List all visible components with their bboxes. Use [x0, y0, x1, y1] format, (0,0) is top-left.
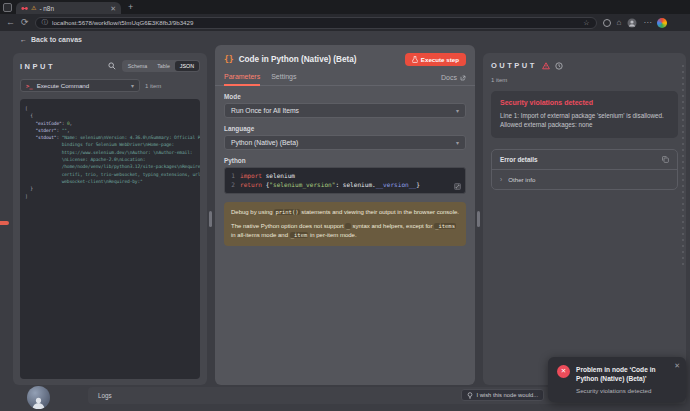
input-json-view[interactable]: [ { "exitCode": 0, "stderr": "", "stdout…	[20, 99, 200, 379]
panel-resize-handle-right[interactable]	[477, 211, 480, 227]
mode-value: Run Once for All Items	[231, 107, 299, 114]
wish-node-button[interactable]: I wish this node would...	[461, 389, 544, 401]
toast-error-icon: ✕	[557, 365, 570, 378]
home-icon[interactable]: ⌂	[617, 19, 622, 27]
tab-parameters[interactable]: Parameters	[224, 73, 260, 86]
execute-step-button[interactable]: Execute step	[405, 53, 466, 66]
tab-table[interactable]: Table	[152, 61, 175, 71]
error-toast[interactable]: ✕ Problem in node ‘Code in Python (Nativ…	[548, 357, 686, 402]
browser-window: ⚠ - n8n ✕ + ← ⟳ ⓘ localhost:5678/workflo…	[0, 0, 690, 411]
notice-line-2: The native Python option does not suppor…	[231, 222, 459, 240]
toast-close-icon[interactable]: ✕	[674, 362, 680, 369]
python-code-editor[interactable]: 1import selenium2return {"selenium_versi…	[224, 167, 466, 194]
browser-toolbar: ← ⟳ ⓘ localhost:5678/workflow/t5ImUqG6E3…	[0, 14, 690, 31]
output-items-count: 1 item	[491, 77, 678, 83]
site-info-icon[interactable]: ⓘ	[42, 19, 49, 26]
copy-icon[interactable]	[662, 156, 669, 163]
tab-json[interactable]: JSON	[175, 61, 199, 71]
tab-search-icon[interactable]	[3, 3, 12, 12]
reload-icon[interactable]: ⟳	[21, 18, 29, 27]
run-history-icon[interactable]	[555, 62, 563, 70]
notice-line-1: Debug by using print() statements and vi…	[231, 208, 459, 217]
extension-icon[interactable]	[603, 19, 611, 27]
execute-step-label: Execute step	[421, 56, 459, 63]
chevron-down-icon: ▾	[456, 108, 459, 114]
browser-tab[interactable]: ⚠ - n8n ✕	[16, 2, 121, 14]
python-debug-notice: Debug by using print() statements and vi…	[224, 202, 466, 246]
account-icon[interactable]	[627, 18, 637, 28]
error-details-card: Error details › Other info	[491, 149, 678, 190]
python-code-editor-lines: 1import selenium2return {"selenium_versi…	[225, 172, 465, 189]
panel-resize-handle-left[interactable]	[209, 211, 212, 227]
input-panel: INPUT Schema Table JSON >_ Execute Comma…	[13, 53, 207, 385]
error-triangle-icon	[542, 62, 550, 70]
expand-editor-icon[interactable]	[454, 183, 461, 190]
language-value: Python (Native) (Beta)	[231, 139, 298, 146]
user-avatar[interactable]	[27, 386, 50, 409]
language-label: Language	[224, 125, 466, 132]
tab-close-icon[interactable]: ✕	[110, 5, 116, 12]
output-panel-title: OUTPUT	[491, 61, 537, 70]
docs-link[interactable]: Docs	[441, 74, 466, 85]
back-arrow-icon: ←	[20, 36, 27, 43]
back-to-canvas-label: Back to canvas	[31, 36, 82, 43]
browser-tabstrip: ⚠ - n8n ✕ +	[0, 0, 690, 14]
docs-label: Docs	[441, 74, 457, 81]
browser-profile-icon[interactable]	[657, 18, 667, 28]
error-title: Security violations detected	[500, 99, 669, 106]
wish-node-label: I wish this node would...	[476, 392, 538, 398]
other-info-row[interactable]: › Other info	[492, 170, 677, 189]
tab-settings[interactable]: Settings	[271, 73, 296, 86]
input-panel-edge-handle[interactable]	[0, 221, 9, 225]
new-tab-button[interactable]: +	[128, 3, 133, 12]
n8n-app: ← Back to canvas INPUT Schema Table JSON…	[0, 31, 690, 411]
url-text[interactable]: localhost:5678/workflow/t5ImUqG6E3K8fbJ/…	[52, 19, 579, 26]
other-info-label: Other info	[508, 176, 535, 183]
error-card: Security violations detected Line 1: Imp…	[491, 91, 678, 138]
search-icon[interactable]	[108, 62, 116, 70]
mode-label: Mode	[224, 93, 466, 100]
language-select[interactable]: Python (Native) (Beta) ▾	[224, 135, 466, 150]
tab-warning-icon: ⚠	[31, 5, 36, 11]
input-source-select[interactable]: >_ Execute Command ▾	[20, 79, 140, 92]
tab-title: - n8n	[39, 5, 107, 12]
execute-command-node-icon: >_	[26, 83, 33, 89]
external-link-icon	[460, 75, 466, 81]
error-details-row[interactable]: Error details	[492, 150, 677, 169]
tab-schema[interactable]: Schema	[123, 61, 152, 71]
python-code-label: Python	[224, 157, 466, 164]
error-details-label: Error details	[500, 156, 538, 163]
input-view-switcher: Schema Table JSON	[122, 60, 200, 72]
toast-message: Security violations detected	[576, 387, 677, 394]
flask-icon	[412, 56, 418, 63]
input-panel-title: INPUT	[20, 62, 55, 71]
input-items-count: 1 item	[145, 83, 161, 89]
chevron-right-icon: ›	[500, 176, 502, 183]
address-bar[interactable]: ⓘ localhost:5678/workflow/t5ImUqG6E3K8fb…	[35, 17, 597, 29]
n8n-favicon-icon	[21, 5, 28, 12]
input-source-label: Execute Command	[37, 82, 90, 89]
output-scrollbar[interactable]	[682, 65, 684, 265]
back-to-canvas-link[interactable]: ← Back to canvas	[20, 36, 82, 43]
error-message: Line 1: Import of external package 'sele…	[500, 111, 669, 130]
toast-title: Problem in node ‘Code in Python (Native)…	[576, 365, 677, 383]
bookmark-star-icon[interactable]: ☆	[583, 19, 589, 26]
menu-dots-icon[interactable]: ⋯	[643, 19, 651, 27]
node-title: Code in Python (Native) (Beta)	[239, 55, 357, 64]
mode-select[interactable]: Run Once for All Items ▾	[224, 103, 466, 118]
back-icon[interactable]: ←	[6, 18, 15, 27]
code-node-icon: {}	[224, 55, 234, 64]
lightbulb-icon	[467, 392, 473, 399]
chevron-down-icon: ▾	[456, 140, 459, 146]
node-detail-panel: {} Code in Python (Native) (Beta) Execut…	[215, 45, 475, 385]
output-panel: OUTPUT 1 item Security violations detect…	[483, 53, 686, 385]
chevron-down-icon: ▾	[131, 83, 134, 89]
